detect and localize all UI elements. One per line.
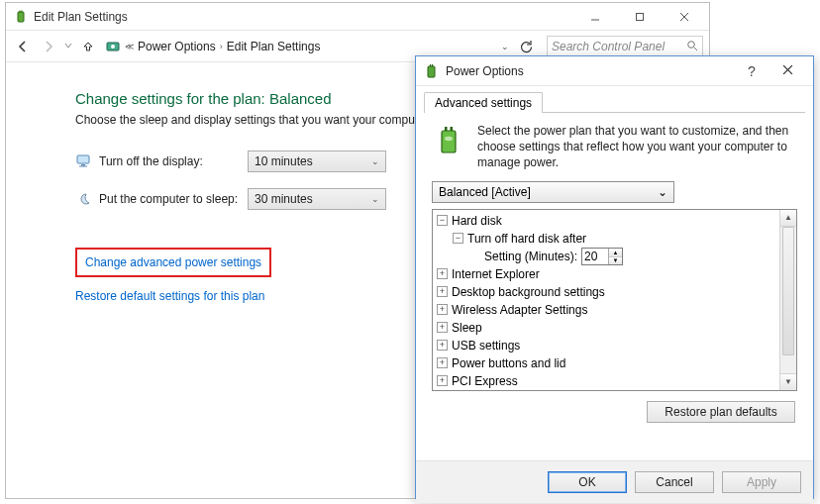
svg-rect-2 [22, 10, 23, 12]
chevron-down-icon: ⌄ [371, 194, 379, 204]
svg-rect-20 [445, 127, 448, 131]
breadcrumb-dropdown-icon[interactable]: ⌄ [499, 42, 511, 51]
window-title: Edit Plan Settings [34, 10, 128, 24]
settings-tree[interactable]: −Hard disk −Turn off hard disk after Set… [433, 210, 796, 391]
moon-icon [75, 191, 93, 207]
search-input[interactable]: Search Control Panel [547, 36, 703, 57]
help-button[interactable]: ? [736, 63, 768, 79]
svg-rect-1 [20, 10, 21, 12]
tree-ie[interactable]: Internet Explorer [452, 265, 540, 283]
tree-cpu[interactable]: Processor power management [452, 390, 613, 391]
spinner-down-icon[interactable]: ▼ [609, 256, 622, 264]
expand-icon[interactable]: + [437, 268, 448, 279]
svg-rect-14 [428, 66, 435, 77]
display-off-value: 10 minutes [255, 154, 313, 168]
settings-tree-panel: −Hard disk −Turn off hard disk after Set… [432, 209, 797, 391]
cancel-button[interactable]: Cancel [635, 471, 714, 493]
tree-setting-label: Setting (Minutes): [484, 248, 577, 265]
battery-icon [424, 63, 440, 79]
expand-icon[interactable]: + [437, 304, 448, 315]
tab-advanced-settings[interactable]: Advanced settings [424, 92, 543, 113]
dialog-body: Select the power plan that you want to c… [424, 112, 805, 453]
control-panel-icon [105, 39, 121, 54]
scrollbar[interactable]: ▲ ▼ [779, 210, 796, 390]
scroll-thumb[interactable] [782, 227, 794, 355]
chevron-down-icon: ⌄ [371, 156, 379, 166]
svg-point-9 [688, 41, 695, 48]
restore-defaults-link[interactable]: Restore default settings for this plan [75, 289, 264, 303]
search-placeholder: Search Control Panel [552, 40, 665, 53]
svg-line-10 [694, 48, 697, 50]
ok-button[interactable]: OK [548, 471, 627, 493]
breadcrumb-chevron-icon: › [218, 42, 225, 51]
power-options-dialog: Power Options ? Advanced settings Select… [415, 55, 814, 499]
refresh-button[interactable] [515, 36, 537, 57]
sleep-label: Put the computer to sleep: [99, 192, 248, 206]
svg-rect-15 [430, 64, 431, 66]
collapse-icon[interactable]: − [437, 215, 448, 226]
tree-usb[interactable]: USB settings [452, 337, 520, 354]
breadcrumb-current[interactable]: Edit Plan Settings [225, 40, 323, 53]
display-off-dropdown[interactable]: 10 minutes ⌄ [248, 151, 386, 172]
svg-rect-19 [442, 131, 456, 152]
power-plan-icon [14, 10, 28, 24]
monitor-icon [75, 153, 93, 169]
svg-point-8 [111, 45, 115, 49]
sleep-value: 30 minutes [255, 192, 313, 206]
expand-icon[interactable]: + [437, 340, 448, 351]
tree-desktop-bg[interactable]: Desktop background settings [452, 283, 605, 301]
close-button[interactable] [665, 3, 709, 31]
breadcrumb[interactable]: ≪ Power Options › Edit Plan Settings ⌄ [103, 39, 511, 54]
svg-point-22 [445, 137, 453, 141]
dialog-description: Select the power plan that you want to c… [477, 123, 797, 171]
dialog-close-button[interactable] [768, 64, 807, 78]
tree-turn-off-hd[interactable]: Turn off hard disk after [467, 230, 586, 248]
battery-large-icon [432, 123, 467, 158]
breadcrumb-chevron-icon: ≪ [123, 42, 136, 51]
forward-button[interactable] [38, 36, 59, 57]
collapse-icon[interactable]: − [453, 233, 463, 244]
back-button[interactable] [12, 36, 34, 57]
restore-plan-defaults-button[interactable]: Restore plan defaults [647, 401, 795, 423]
minimize-button[interactable] [575, 3, 620, 31]
tree-wireless[interactable]: Wireless Adapter Settings [452, 301, 587, 319]
tree-sleep[interactable]: Sleep [452, 319, 482, 337]
tab-strip: Advanced settings [416, 86, 813, 112]
advanced-settings-link[interactable]: Change advanced power settings [85, 255, 261, 269]
up-button[interactable] [77, 36, 99, 57]
svg-rect-4 [636, 13, 643, 20]
plan-dropdown[interactable]: Balanced [Active] ⌄ [432, 181, 674, 203]
setting-minutes-input[interactable] [582, 249, 608, 264]
expand-icon[interactable]: + [437, 286, 448, 297]
expand-icon[interactable]: + [437, 357, 448, 368]
display-off-label: Turn off the display: [99, 154, 248, 168]
tree-power-buttons[interactable]: Power buttons and lid [452, 354, 565, 372]
recent-locations-icon[interactable] [63, 40, 73, 53]
maximize-button[interactable] [620, 3, 665, 31]
chevron-down-icon: ⌄ [658, 185, 667, 199]
breadcrumb-root[interactable]: Power Options [136, 40, 218, 53]
setting-minutes-spinner[interactable]: ▲▼ [581, 248, 623, 265]
scroll-down-icon[interactable]: ▼ [780, 373, 796, 390]
search-icon [686, 40, 698, 54]
svg-rect-21 [451, 127, 454, 131]
dialog-actions: OK Cancel Apply [416, 460, 813, 503]
apply-button[interactable]: Apply [722, 471, 801, 493]
titlebar: Edit Plan Settings [6, 3, 709, 31]
expand-icon[interactable]: + [437, 375, 448, 386]
svg-rect-11 [77, 155, 89, 163]
expand-icon[interactable]: + [437, 322, 448, 333]
svg-rect-0 [18, 12, 24, 22]
svg-rect-12 [81, 164, 85, 166]
sleep-dropdown[interactable]: 30 minutes ⌄ [248, 188, 386, 210]
svg-rect-13 [79, 166, 87, 167]
plan-selected-value: Balanced [Active] [439, 185, 531, 199]
tree-hard-disk[interactable]: Hard disk [452, 212, 502, 230]
advanced-settings-highlight: Change advanced power settings [75, 248, 271, 277]
svg-rect-16 [432, 64, 433, 66]
window-controls [575, 3, 709, 31]
tree-pci[interactable]: PCI Express [452, 372, 518, 390]
dialog-title: Power Options [446, 64, 524, 78]
dialog-titlebar: Power Options ? [416, 56, 813, 86]
scroll-up-icon[interactable]: ▲ [780, 210, 796, 227]
